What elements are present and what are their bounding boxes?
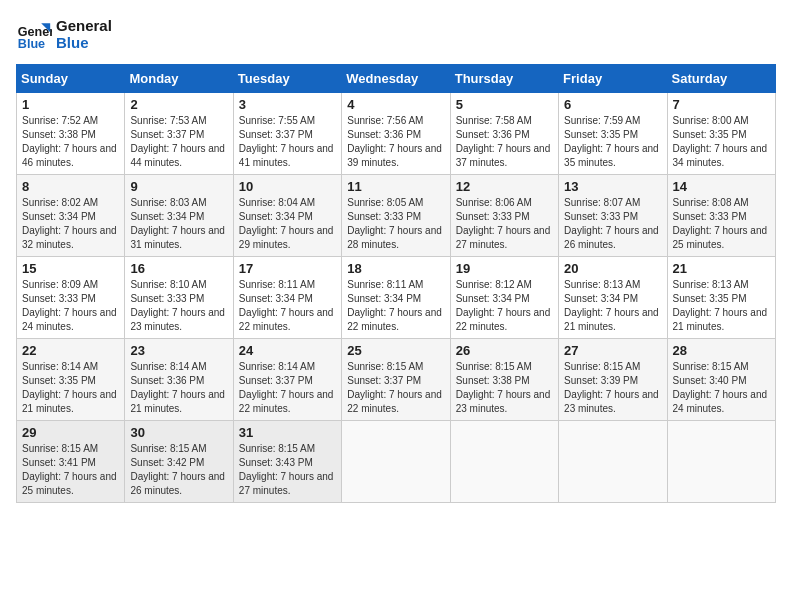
calendar-day-cell: 31 Sunrise: 8:15 AMSunset: 3:43 PMDaylig… xyxy=(233,421,341,503)
day-info: Sunrise: 8:12 AMSunset: 3:34 PMDaylight:… xyxy=(456,278,553,334)
day-info: Sunrise: 8:14 AMSunset: 3:36 PMDaylight:… xyxy=(130,360,227,416)
day-number: 23 xyxy=(130,343,227,358)
day-number: 12 xyxy=(456,179,553,194)
day-number: 11 xyxy=(347,179,444,194)
calendar-day-cell: 2 Sunrise: 7:53 AMSunset: 3:37 PMDayligh… xyxy=(125,93,233,175)
day-number: 7 xyxy=(673,97,770,112)
calendar-day-cell: 11 Sunrise: 8:05 AMSunset: 3:33 PMDaylig… xyxy=(342,175,450,257)
calendar-day-cell: 12 Sunrise: 8:06 AMSunset: 3:33 PMDaylig… xyxy=(450,175,558,257)
day-info: Sunrise: 8:00 AMSunset: 3:35 PMDaylight:… xyxy=(673,114,770,170)
calendar-day-cell xyxy=(450,421,558,503)
day-number: 26 xyxy=(456,343,553,358)
day-number: 5 xyxy=(456,97,553,112)
day-number: 22 xyxy=(22,343,119,358)
calendar-day-cell: 16 Sunrise: 8:10 AMSunset: 3:33 PMDaylig… xyxy=(125,257,233,339)
day-info: Sunrise: 8:04 AMSunset: 3:34 PMDaylight:… xyxy=(239,196,336,252)
day-of-week-header: Thursday xyxy=(450,65,558,93)
day-info: Sunrise: 8:02 AMSunset: 3:34 PMDaylight:… xyxy=(22,196,119,252)
calendar-day-cell: 14 Sunrise: 8:08 AMSunset: 3:33 PMDaylig… xyxy=(667,175,775,257)
day-info: Sunrise: 7:53 AMSunset: 3:37 PMDaylight:… xyxy=(130,114,227,170)
calendar-day-cell: 17 Sunrise: 8:11 AMSunset: 3:34 PMDaylig… xyxy=(233,257,341,339)
calendar-day-cell: 18 Sunrise: 8:11 AMSunset: 3:34 PMDaylig… xyxy=(342,257,450,339)
calendar-day-cell: 26 Sunrise: 8:15 AMSunset: 3:38 PMDaylig… xyxy=(450,339,558,421)
calendar-day-cell: 15 Sunrise: 8:09 AMSunset: 3:33 PMDaylig… xyxy=(17,257,125,339)
day-number: 2 xyxy=(130,97,227,112)
day-number: 24 xyxy=(239,343,336,358)
day-number: 18 xyxy=(347,261,444,276)
calendar-day-cell: 29 Sunrise: 8:15 AMSunset: 3:41 PMDaylig… xyxy=(17,421,125,503)
day-info: Sunrise: 7:58 AMSunset: 3:36 PMDaylight:… xyxy=(456,114,553,170)
day-number: 1 xyxy=(22,97,119,112)
day-info: Sunrise: 8:14 AMSunset: 3:37 PMDaylight:… xyxy=(239,360,336,416)
calendar-day-cell: 21 Sunrise: 8:13 AMSunset: 3:35 PMDaylig… xyxy=(667,257,775,339)
day-info: Sunrise: 8:06 AMSunset: 3:33 PMDaylight:… xyxy=(456,196,553,252)
day-number: 16 xyxy=(130,261,227,276)
day-info: Sunrise: 8:15 AMSunset: 3:41 PMDaylight:… xyxy=(22,442,119,498)
day-number: 28 xyxy=(673,343,770,358)
calendar-day-cell: 3 Sunrise: 7:55 AMSunset: 3:37 PMDayligh… xyxy=(233,93,341,175)
day-number: 27 xyxy=(564,343,661,358)
day-info: Sunrise: 8:03 AMSunset: 3:34 PMDaylight:… xyxy=(130,196,227,252)
calendar-day-cell: 1 Sunrise: 7:52 AMSunset: 3:38 PMDayligh… xyxy=(17,93,125,175)
logo-line1: General xyxy=(56,17,112,34)
logo: General Blue General Blue xyxy=(16,16,112,52)
calendar-day-cell: 6 Sunrise: 7:59 AMSunset: 3:35 PMDayligh… xyxy=(559,93,667,175)
day-number: 13 xyxy=(564,179,661,194)
calendar-day-cell: 7 Sunrise: 8:00 AMSunset: 3:35 PMDayligh… xyxy=(667,93,775,175)
day-info: Sunrise: 8:15 AMSunset: 3:42 PMDaylight:… xyxy=(130,442,227,498)
day-number: 30 xyxy=(130,425,227,440)
day-number: 29 xyxy=(22,425,119,440)
calendar-day-cell: 19 Sunrise: 8:12 AMSunset: 3:34 PMDaylig… xyxy=(450,257,558,339)
day-number: 8 xyxy=(22,179,119,194)
calendar-day-cell: 27 Sunrise: 8:15 AMSunset: 3:39 PMDaylig… xyxy=(559,339,667,421)
calendar-day-cell: 28 Sunrise: 8:15 AMSunset: 3:40 PMDaylig… xyxy=(667,339,775,421)
day-number: 19 xyxy=(456,261,553,276)
day-of-week-header: Friday xyxy=(559,65,667,93)
day-info: Sunrise: 7:55 AMSunset: 3:37 PMDaylight:… xyxy=(239,114,336,170)
calendar-header-row: SundayMondayTuesdayWednesdayThursdayFrid… xyxy=(17,65,776,93)
day-number: 21 xyxy=(673,261,770,276)
day-number: 6 xyxy=(564,97,661,112)
calendar-day-cell xyxy=(559,421,667,503)
day-info: Sunrise: 8:07 AMSunset: 3:33 PMDaylight:… xyxy=(564,196,661,252)
calendar-week-row: 15 Sunrise: 8:09 AMSunset: 3:33 PMDaylig… xyxy=(17,257,776,339)
day-info: Sunrise: 7:56 AMSunset: 3:36 PMDaylight:… xyxy=(347,114,444,170)
day-info: Sunrise: 8:14 AMSunset: 3:35 PMDaylight:… xyxy=(22,360,119,416)
day-number: 10 xyxy=(239,179,336,194)
calendar-day-cell: 22 Sunrise: 8:14 AMSunset: 3:35 PMDaylig… xyxy=(17,339,125,421)
day-info: Sunrise: 8:15 AMSunset: 3:43 PMDaylight:… xyxy=(239,442,336,498)
calendar-day-cell: 4 Sunrise: 7:56 AMSunset: 3:36 PMDayligh… xyxy=(342,93,450,175)
logo-icon: General Blue xyxy=(16,16,52,52)
calendar: SundayMondayTuesdayWednesdayThursdayFrid… xyxy=(16,64,776,503)
calendar-day-cell: 23 Sunrise: 8:14 AMSunset: 3:36 PMDaylig… xyxy=(125,339,233,421)
day-number: 25 xyxy=(347,343,444,358)
day-info: Sunrise: 7:52 AMSunset: 3:38 PMDaylight:… xyxy=(22,114,119,170)
day-number: 3 xyxy=(239,97,336,112)
calendar-day-cell: 25 Sunrise: 8:15 AMSunset: 3:37 PMDaylig… xyxy=(342,339,450,421)
logo-line2: Blue xyxy=(56,34,112,51)
header: General Blue General Blue xyxy=(16,16,776,52)
day-number: 20 xyxy=(564,261,661,276)
calendar-day-cell: 10 Sunrise: 8:04 AMSunset: 3:34 PMDaylig… xyxy=(233,175,341,257)
calendar-week-row: 1 Sunrise: 7:52 AMSunset: 3:38 PMDayligh… xyxy=(17,93,776,175)
day-number: 31 xyxy=(239,425,336,440)
calendar-day-cell: 5 Sunrise: 7:58 AMSunset: 3:36 PMDayligh… xyxy=(450,93,558,175)
day-info: Sunrise: 8:11 AMSunset: 3:34 PMDaylight:… xyxy=(239,278,336,334)
calendar-day-cell xyxy=(667,421,775,503)
calendar-day-cell: 8 Sunrise: 8:02 AMSunset: 3:34 PMDayligh… xyxy=(17,175,125,257)
day-number: 14 xyxy=(673,179,770,194)
day-info: Sunrise: 8:15 AMSunset: 3:38 PMDaylight:… xyxy=(456,360,553,416)
day-info: Sunrise: 8:10 AMSunset: 3:33 PMDaylight:… xyxy=(130,278,227,334)
day-of-week-header: Tuesday xyxy=(233,65,341,93)
calendar-day-cell: 9 Sunrise: 8:03 AMSunset: 3:34 PMDayligh… xyxy=(125,175,233,257)
calendar-day-cell: 24 Sunrise: 8:14 AMSunset: 3:37 PMDaylig… xyxy=(233,339,341,421)
day-number: 4 xyxy=(347,97,444,112)
day-of-week-header: Sunday xyxy=(17,65,125,93)
svg-text:Blue: Blue xyxy=(18,37,45,51)
day-info: Sunrise: 7:59 AMSunset: 3:35 PMDaylight:… xyxy=(564,114,661,170)
day-info: Sunrise: 8:15 AMSunset: 3:40 PMDaylight:… xyxy=(673,360,770,416)
calendar-body: 1 Sunrise: 7:52 AMSunset: 3:38 PMDayligh… xyxy=(17,93,776,503)
calendar-day-cell: 30 Sunrise: 8:15 AMSunset: 3:42 PMDaylig… xyxy=(125,421,233,503)
calendar-day-cell: 20 Sunrise: 8:13 AMSunset: 3:34 PMDaylig… xyxy=(559,257,667,339)
calendar-week-row: 29 Sunrise: 8:15 AMSunset: 3:41 PMDaylig… xyxy=(17,421,776,503)
